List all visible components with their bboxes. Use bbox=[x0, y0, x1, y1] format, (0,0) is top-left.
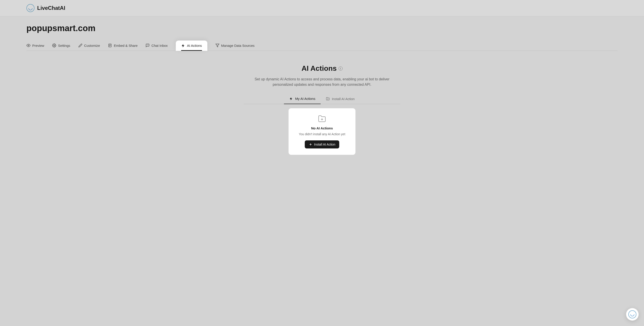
tab-label: Chat Inbox bbox=[151, 44, 168, 48]
app-header: LiveChatAI bbox=[0, 0, 644, 16]
folder-plus-icon bbox=[317, 115, 327, 123]
button-label: Install AI Action bbox=[314, 142, 336, 146]
chat-widget-logo-icon bbox=[628, 310, 636, 318]
folder-plus-icon bbox=[326, 97, 330, 100]
brand-name: LiveChatAI bbox=[37, 5, 65, 11]
filter-icon bbox=[216, 44, 220, 48]
svg-point-1 bbox=[54, 45, 55, 46]
empty-description: You didn't install any AI Action yet bbox=[299, 132, 345, 136]
tab-preview[interactable]: Preview bbox=[26, 40, 44, 50]
subtab-install-ai-action[interactable]: Install AI Action bbox=[321, 94, 360, 104]
info-icon[interactable]: i bbox=[338, 66, 342, 70]
tab-label: Customize bbox=[84, 44, 100, 48]
tab-customize[interactable]: Customize bbox=[78, 40, 100, 50]
tab-embed-share[interactable]: Embed & Share bbox=[108, 40, 138, 50]
svg-point-0 bbox=[28, 45, 29, 46]
chat-widget-button[interactable] bbox=[626, 308, 639, 321]
tab-label: Manage Data Sources bbox=[221, 44, 254, 48]
tab-chat-inbox[interactable]: Chat Inbox bbox=[146, 40, 168, 50]
tab-settings[interactable]: Settings bbox=[52, 40, 70, 50]
section-description: Set up dynamic AI Actions to access and … bbox=[252, 76, 392, 87]
empty-title: No AI Actions bbox=[311, 126, 333, 130]
tab-label: AI Actions bbox=[187, 44, 202, 48]
main-panel: AI Actions i Set up dynamic AI Actions t… bbox=[26, 51, 618, 155]
plus-icon bbox=[309, 142, 312, 146]
page-title: popupsmart.com bbox=[26, 24, 618, 33]
eye-icon bbox=[26, 44, 30, 48]
main-tabs: Preview Settings Customize Embed & Share bbox=[26, 40, 618, 51]
tab-ai-actions[interactable]: AI Actions bbox=[176, 40, 207, 51]
bolt-icon bbox=[181, 44, 185, 48]
gear-icon bbox=[52, 44, 56, 48]
bolt-icon bbox=[289, 97, 293, 100]
content-area: popupsmart.com Preview Settings Customiz… bbox=[0, 16, 644, 155]
subtab-label: My AI Actions bbox=[295, 97, 315, 100]
chat-icon bbox=[146, 44, 150, 48]
tab-manage-data-sources[interactable]: Manage Data Sources bbox=[216, 40, 254, 50]
install-ai-action-button[interactable]: Install AI Action bbox=[305, 140, 340, 148]
svg-marker-9 bbox=[216, 44, 219, 47]
logo-icon bbox=[26, 4, 34, 12]
section-title: AI Actions bbox=[302, 64, 336, 72]
tab-label: Settings bbox=[58, 44, 70, 48]
subtab-my-ai-actions[interactable]: My AI Actions bbox=[284, 94, 321, 104]
pencil-icon bbox=[78, 44, 82, 48]
section-heading: AI Actions i bbox=[302, 64, 342, 72]
empty-state-card: No AI Actions You didn't install any AI … bbox=[288, 108, 356, 155]
sub-tabs: My AI Actions Install AI Action bbox=[244, 94, 400, 104]
subtab-label: Install AI Action bbox=[332, 97, 355, 101]
tab-label: Embed & Share bbox=[114, 44, 138, 48]
document-icon bbox=[108, 44, 112, 48]
tab-label: Preview bbox=[32, 44, 44, 48]
